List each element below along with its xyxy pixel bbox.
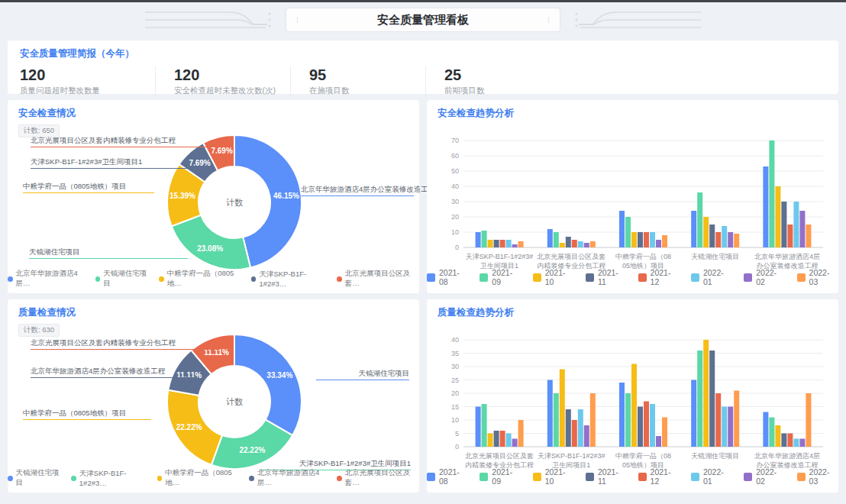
bar bbox=[691, 211, 696, 247]
legend-swatch bbox=[480, 473, 488, 481]
bar bbox=[734, 234, 739, 247]
bar bbox=[488, 240, 493, 247]
pie-percent-label: 22.22% bbox=[176, 423, 202, 431]
bar bbox=[518, 241, 524, 247]
legend-item[interactable]: 中粮学府一品（0805地… bbox=[159, 269, 243, 289]
panel-title: 质量检查趋势分析 bbox=[438, 306, 828, 319]
legend-item[interactable]: 天津SKP-B1F-1#2#3… bbox=[71, 469, 148, 487]
bar bbox=[494, 240, 499, 247]
quality-pie-legend: 天镜湖住宅项目天津SKP-B1F-1#2#3…中粮学府一品（0805地…北京年华… bbox=[8, 468, 419, 488]
bar bbox=[763, 166, 768, 247]
bar bbox=[619, 211, 625, 247]
legend-label: 2021-12 bbox=[651, 467, 680, 486]
legend-item[interactable]: 北京光展项目公区及套… bbox=[337, 468, 419, 488]
legend-item[interactable]: 天镜湖住宅项目 bbox=[95, 269, 150, 289]
legend-item[interactable]: 2021-12 bbox=[638, 467, 680, 486]
circuit-decor-left bbox=[145, 6, 275, 34]
legend-label: 2021-12 bbox=[651, 268, 680, 286]
safety-pie-chart: 46.15%23.08%15.39%7.69%7.69%计数北京光展项目公区及套… bbox=[8, 100, 419, 275]
legend-swatch bbox=[586, 473, 594, 481]
legend-item[interactable]: 北京年华旅游酒店4层… bbox=[249, 468, 328, 488]
pie-callout-label: 中粮学府一品（0805地铁）项目 bbox=[23, 181, 154, 193]
bar bbox=[578, 241, 583, 247]
bar bbox=[697, 192, 702, 247]
x-axis-label: 中粮学府一品（08 bbox=[615, 452, 671, 460]
y-axis-tick: 0 bbox=[455, 244, 459, 251]
legend-item[interactable]: 中粮学府一品（0805地… bbox=[157, 468, 241, 488]
quality-trend-chart: 0510152025303540北京光展项目公区及套内精装修专业分包工程天津SK… bbox=[438, 321, 826, 473]
legend-label: 2021-10 bbox=[545, 268, 574, 286]
legend-item[interactable]: 2021-08 bbox=[427, 268, 468, 286]
bar bbox=[662, 235, 667, 247]
legend-label: 2021-08 bbox=[439, 268, 468, 286]
y-axis-tick: 20 bbox=[451, 389, 459, 397]
summary-panel: 安全质量管理简报（今年） 120 质量问题超时整改数量 120 安全检查超时未整… bbox=[8, 40, 838, 94]
legend-label: 2021-10 bbox=[545, 467, 574, 486]
legend-label: 天镜湖住宅项目 bbox=[103, 269, 150, 289]
bar bbox=[775, 425, 780, 447]
pie-callout-label: 天津SKP-B1F-1#2#3#卫生间项目1 bbox=[31, 157, 189, 169]
legend-item[interactable]: 北京光展项目公区及套… bbox=[337, 269, 419, 289]
pie-callout-label: 北京光展项目公区及套内精装修专业分包工程 bbox=[31, 135, 223, 147]
x-axis-label: 天镜湖住宅项目 bbox=[691, 253, 739, 260]
bar bbox=[572, 420, 577, 447]
pie-center-label: 计数 bbox=[226, 198, 243, 207]
legend-item[interactable]: 天镜湖住宅项目 bbox=[8, 468, 63, 488]
quality-inspection-pie-panel: 质量检查情况 计数: 630 33.34%22.22%22.22%11.11%1… bbox=[8, 299, 419, 493]
pie-callout-label: 天镜湖住宅项目 bbox=[316, 368, 409, 380]
legend-item[interactable]: 2022-03 bbox=[797, 467, 838, 486]
legend-item[interactable]: 2022-03 bbox=[797, 268, 838, 286]
bar bbox=[566, 409, 571, 447]
legend-item[interactable]: 2021-11 bbox=[586, 268, 627, 286]
legend-item[interactable]: 天津SKP-B1F-1#2#3… bbox=[251, 270, 328, 288]
legend-dot bbox=[8, 276, 13, 282]
pie-percent-label: 7.69% bbox=[211, 147, 232, 155]
legend-item[interactable]: 2021-10 bbox=[533, 268, 574, 286]
legend-item[interactable]: 2021-12 bbox=[638, 268, 680, 286]
bar bbox=[715, 393, 721, 447]
bar bbox=[775, 186, 780, 247]
legend-swatch bbox=[586, 273, 594, 282]
legend-item[interactable]: 2022-01 bbox=[691, 467, 732, 486]
bar bbox=[650, 232, 655, 247]
legend-item[interactable]: 2021-08 bbox=[427, 467, 468, 486]
legend-dot bbox=[71, 476, 76, 481]
legend-item[interactable]: 北京年华旅游酒店4层… bbox=[8, 269, 87, 289]
bar bbox=[793, 439, 799, 447]
legend-item[interactable]: 2021-09 bbox=[480, 467, 521, 486]
legend-item[interactable]: 2022-01 bbox=[691, 268, 732, 286]
x-axis-label: 天津SKP-B1F-1#2#3# bbox=[466, 253, 534, 260]
quality-pie-chart: 33.34%22.22%22.22%11.11%11.11%计数北京光展项目公区… bbox=[8, 299, 419, 474]
legend-label: 2022-01 bbox=[703, 268, 732, 286]
circuit-decor-right bbox=[571, 6, 701, 34]
legend-label: 2022-01 bbox=[703, 467, 732, 486]
legend-item[interactable]: 2021-09 bbox=[480, 268, 521, 286]
legend-item[interactable]: 2021-11 bbox=[586, 467, 627, 486]
legend-item[interactable]: 2021-10 bbox=[533, 467, 574, 486]
y-axis-tick: 70 bbox=[451, 137, 459, 144]
bar bbox=[650, 404, 655, 447]
bar bbox=[709, 225, 715, 247]
bar bbox=[691, 380, 696, 447]
bar bbox=[662, 418, 667, 447]
pie-percent-label: 22.22% bbox=[239, 446, 265, 454]
safety-trend-legend: 2021-082021-092021-102021-112021-122022-… bbox=[427, 268, 838, 286]
bar bbox=[518, 420, 524, 447]
bar bbox=[656, 240, 661, 247]
x-axis-label: 北京年华旅游酒店4层 bbox=[754, 253, 820, 260]
bar bbox=[769, 418, 774, 447]
legend-label: 2021-08 bbox=[439, 467, 468, 486]
kpi-label: 安全检查超时未整改次数(次) bbox=[174, 86, 290, 96]
bar bbox=[709, 351, 715, 447]
pie-percent-label: 7.69% bbox=[189, 159, 210, 167]
bar bbox=[488, 434, 493, 447]
legend-item[interactable]: 2022-02 bbox=[744, 268, 785, 286]
bar bbox=[547, 380, 553, 447]
bar bbox=[572, 240, 577, 247]
bar bbox=[697, 351, 702, 447]
legend-dot bbox=[159, 276, 164, 282]
legend-dot bbox=[251, 276, 257, 282]
legend-dot bbox=[249, 476, 254, 481]
kpi-value: 25 bbox=[444, 66, 560, 83]
legend-item[interactable]: 2022-02 bbox=[744, 467, 785, 486]
